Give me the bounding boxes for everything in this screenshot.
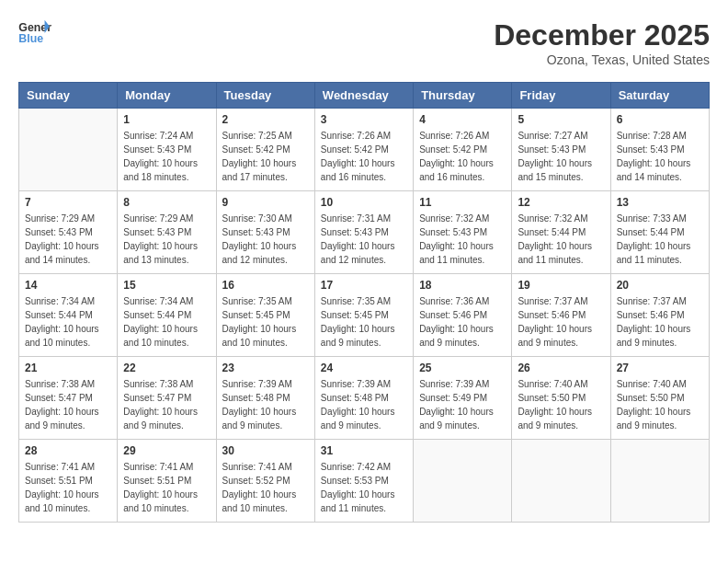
calendar-cell: 14Sunrise: 7:34 AMSunset: 5:44 PMDayligh… xyxy=(19,274,118,357)
calendar-cell: 19Sunrise: 7:37 AMSunset: 5:46 PMDayligh… xyxy=(512,274,610,357)
day-info: Sunrise: 7:40 AMSunset: 5:50 PMDaylight:… xyxy=(518,377,604,432)
day-info: Sunrise: 7:37 AMSunset: 5:46 PMDaylight:… xyxy=(617,294,703,350)
location: Ozona, Texas, United States xyxy=(494,52,710,67)
day-number: 2 xyxy=(222,113,309,126)
calendar-cell: 25Sunrise: 7:39 AMSunset: 5:49 PMDayligh… xyxy=(414,357,512,440)
day-number: 1 xyxy=(123,113,210,126)
col-header-friday: Friday xyxy=(512,83,610,109)
calendar-cell: 11Sunrise: 7:32 AMSunset: 5:43 PMDayligh… xyxy=(414,191,512,274)
page-header: General Blue December 2025 Ozona, Texas,… xyxy=(18,18,710,67)
day-info: Sunrise: 7:26 AMSunset: 5:42 PMDaylight:… xyxy=(419,129,506,184)
calendar-cell: 15Sunrise: 7:34 AMSunset: 5:44 PMDayligh… xyxy=(118,274,216,357)
calendar-cell: 18Sunrise: 7:36 AMSunset: 5:46 PMDayligh… xyxy=(414,274,512,357)
calendar-cell: 23Sunrise: 7:39 AMSunset: 5:48 PMDayligh… xyxy=(216,357,314,440)
col-header-sunday: Sunday xyxy=(19,83,118,109)
day-info: Sunrise: 7:32 AMSunset: 5:44 PMDaylight:… xyxy=(518,212,604,267)
day-info: Sunrise: 7:25 AMSunset: 5:42 PMDaylight:… xyxy=(222,129,309,184)
day-number: 24 xyxy=(321,362,407,374)
day-number: 15 xyxy=(123,279,210,292)
day-info: Sunrise: 7:39 AMSunset: 5:48 PMDaylight:… xyxy=(321,377,407,432)
calendar-cell: 6Sunrise: 7:28 AMSunset: 5:43 PMDaylight… xyxy=(610,109,709,191)
calendar-cell xyxy=(610,440,709,523)
day-info: Sunrise: 7:31 AMSunset: 5:43 PMDaylight:… xyxy=(321,212,407,267)
day-number: 16 xyxy=(222,279,309,292)
day-number: 7 xyxy=(25,196,111,209)
calendar-cell: 21Sunrise: 7:38 AMSunset: 5:47 PMDayligh… xyxy=(19,357,118,440)
svg-text:Blue: Blue xyxy=(18,32,43,45)
calendar-cell: 16Sunrise: 7:35 AMSunset: 5:45 PMDayligh… xyxy=(216,274,314,357)
day-info: Sunrise: 7:29 AMSunset: 5:43 PMDaylight:… xyxy=(25,212,111,267)
day-info: Sunrise: 7:41 AMSunset: 5:51 PMDaylight:… xyxy=(123,460,210,515)
calendar-cell: 20Sunrise: 7:37 AMSunset: 5:46 PMDayligh… xyxy=(610,274,709,357)
calendar-cell: 12Sunrise: 7:32 AMSunset: 5:44 PMDayligh… xyxy=(512,191,610,274)
calendar-cell: 24Sunrise: 7:39 AMSunset: 5:48 PMDayligh… xyxy=(314,357,413,440)
day-number: 21 xyxy=(25,362,111,374)
day-info: Sunrise: 7:33 AMSunset: 5:44 PMDaylight:… xyxy=(617,212,703,267)
logo: General Blue xyxy=(18,18,51,46)
day-info: Sunrise: 7:30 AMSunset: 5:43 PMDaylight:… xyxy=(222,212,309,267)
day-number: 13 xyxy=(617,196,703,209)
calendar-cell: 26Sunrise: 7:40 AMSunset: 5:50 PMDayligh… xyxy=(512,357,610,440)
day-info: Sunrise: 7:38 AMSunset: 5:47 PMDaylight:… xyxy=(25,377,111,432)
day-number: 17 xyxy=(321,279,407,292)
logo-icon: General Blue xyxy=(18,18,51,46)
day-number: 14 xyxy=(25,279,111,292)
week-row-5: 28Sunrise: 7:41 AMSunset: 5:51 PMDayligh… xyxy=(19,440,710,523)
calendar-cell xyxy=(19,109,118,191)
day-number: 26 xyxy=(518,362,604,374)
day-info: Sunrise: 7:41 AMSunset: 5:52 PMDaylight:… xyxy=(222,460,309,515)
calendar-cell: 8Sunrise: 7:29 AMSunset: 5:43 PMDaylight… xyxy=(118,191,216,274)
title-block: December 2025 Ozona, Texas, United State… xyxy=(494,18,710,67)
day-info: Sunrise: 7:34 AMSunset: 5:44 PMDaylight:… xyxy=(25,294,111,350)
day-info: Sunrise: 7:42 AMSunset: 5:53 PMDaylight:… xyxy=(321,460,407,515)
col-header-tuesday: Tuesday xyxy=(216,83,314,109)
day-info: Sunrise: 7:35 AMSunset: 5:45 PMDaylight:… xyxy=(321,294,407,350)
calendar-cell xyxy=(512,440,610,523)
calendar-cell: 10Sunrise: 7:31 AMSunset: 5:43 PMDayligh… xyxy=(314,191,413,274)
calendar-cell: 3Sunrise: 7:26 AMSunset: 5:42 PMDaylight… xyxy=(314,109,413,191)
day-number: 9 xyxy=(222,196,309,209)
day-number: 22 xyxy=(123,362,210,374)
week-row-4: 21Sunrise: 7:38 AMSunset: 5:47 PMDayligh… xyxy=(19,357,710,440)
calendar-cell: 31Sunrise: 7:42 AMSunset: 5:53 PMDayligh… xyxy=(314,440,413,523)
day-number: 10 xyxy=(321,196,407,209)
day-number: 23 xyxy=(222,362,309,374)
day-info: Sunrise: 7:39 AMSunset: 5:48 PMDaylight:… xyxy=(222,377,309,432)
day-info: Sunrise: 7:34 AMSunset: 5:44 PMDaylight:… xyxy=(123,294,210,350)
day-number: 18 xyxy=(419,279,506,292)
calendar-cell: 4Sunrise: 7:26 AMSunset: 5:42 PMDaylight… xyxy=(414,109,512,191)
calendar-cell: 17Sunrise: 7:35 AMSunset: 5:45 PMDayligh… xyxy=(314,274,413,357)
calendar-cell: 13Sunrise: 7:33 AMSunset: 5:44 PMDayligh… xyxy=(610,191,709,274)
day-info: Sunrise: 7:32 AMSunset: 5:43 PMDaylight:… xyxy=(419,212,506,267)
calendar-header-row: SundayMondayTuesdayWednesdayThursdayFrid… xyxy=(19,83,710,109)
day-info: Sunrise: 7:38 AMSunset: 5:47 PMDaylight:… xyxy=(123,377,210,432)
day-number: 4 xyxy=(419,113,506,126)
calendar-table: SundayMondayTuesdayWednesdayThursdayFrid… xyxy=(18,82,710,523)
day-number: 6 xyxy=(617,113,703,126)
calendar-cell: 7Sunrise: 7:29 AMSunset: 5:43 PMDaylight… xyxy=(19,191,118,274)
calendar-cell: 29Sunrise: 7:41 AMSunset: 5:51 PMDayligh… xyxy=(118,440,216,523)
day-number: 28 xyxy=(25,444,111,457)
day-info: Sunrise: 7:39 AMSunset: 5:49 PMDaylight:… xyxy=(419,377,506,432)
calendar-cell: 5Sunrise: 7:27 AMSunset: 5:43 PMDaylight… xyxy=(512,109,610,191)
calendar-cell: 2Sunrise: 7:25 AMSunset: 5:42 PMDaylight… xyxy=(216,109,314,191)
calendar-cell: 1Sunrise: 7:24 AMSunset: 5:43 PMDaylight… xyxy=(118,109,216,191)
day-number: 5 xyxy=(518,113,604,126)
calendar-cell: 22Sunrise: 7:38 AMSunset: 5:47 PMDayligh… xyxy=(118,357,216,440)
week-row-2: 7Sunrise: 7:29 AMSunset: 5:43 PMDaylight… xyxy=(19,191,710,274)
day-number: 25 xyxy=(419,362,506,374)
day-info: Sunrise: 7:37 AMSunset: 5:46 PMDaylight:… xyxy=(518,294,604,350)
col-header-monday: Monday xyxy=(118,83,216,109)
calendar-cell: 27Sunrise: 7:40 AMSunset: 5:50 PMDayligh… xyxy=(610,357,709,440)
day-info: Sunrise: 7:40 AMSunset: 5:50 PMDaylight:… xyxy=(617,377,703,432)
day-info: Sunrise: 7:26 AMSunset: 5:42 PMDaylight:… xyxy=(321,129,407,184)
day-number: 11 xyxy=(419,196,506,209)
day-info: Sunrise: 7:29 AMSunset: 5:43 PMDaylight:… xyxy=(123,212,210,267)
day-number: 29 xyxy=(123,444,210,457)
day-info: Sunrise: 7:28 AMSunset: 5:43 PMDaylight:… xyxy=(617,129,703,184)
day-number: 27 xyxy=(617,362,703,374)
month-title: December 2025 xyxy=(494,18,710,52)
day-info: Sunrise: 7:41 AMSunset: 5:51 PMDaylight:… xyxy=(25,460,111,515)
calendar-cell: 30Sunrise: 7:41 AMSunset: 5:52 PMDayligh… xyxy=(216,440,314,523)
day-info: Sunrise: 7:27 AMSunset: 5:43 PMDaylight:… xyxy=(518,129,604,184)
